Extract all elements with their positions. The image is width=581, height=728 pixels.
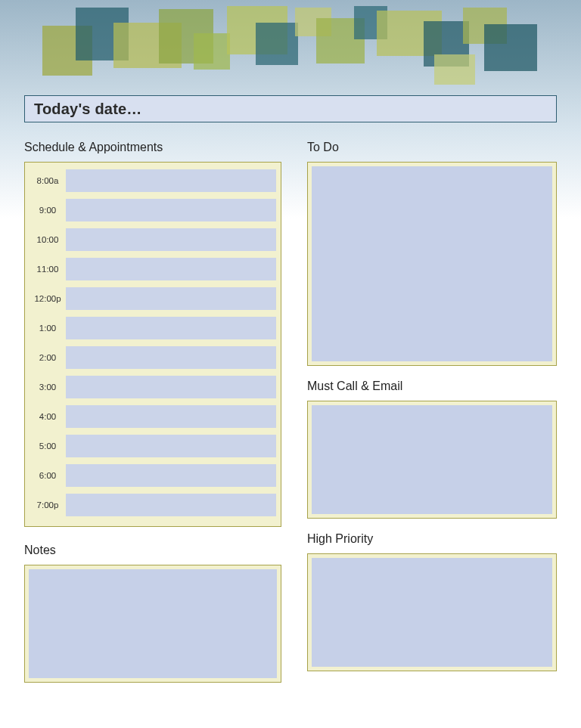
call-area[interactable] — [312, 405, 552, 514]
todo-area[interactable] — [312, 166, 552, 361]
decor-square — [295, 8, 331, 36]
todo-title: To Do — [307, 141, 557, 154]
notes-area[interactable] — [29, 569, 277, 678]
schedule-row: 3:00 — [30, 373, 276, 401]
schedule-time-label: 11:00 — [30, 265, 66, 274]
schedule-time-label: 1:00 — [30, 324, 66, 333]
schedule-slot[interactable] — [66, 464, 276, 487]
schedule-slot[interactable] — [66, 405, 276, 428]
decor-square — [484, 24, 537, 71]
schedule-time-label: 12:00p — [30, 294, 66, 303]
priority-section: High Priority — [307, 532, 557, 671]
schedule-row: 6:00 — [30, 462, 276, 489]
schedule-title: Schedule & Appointments — [24, 141, 281, 154]
call-section: Must Call & Email — [307, 379, 557, 519]
decor-square — [316, 18, 365, 64]
schedule-row: 10:00 — [30, 226, 276, 253]
schedule-time-label: 7:00p — [30, 500, 66, 510]
priority-title: High Priority — [307, 532, 557, 546]
columns: Schedule & Appointments 8:00a9:0010:0011… — [24, 141, 557, 685]
notes-box[interactable] — [24, 565, 281, 683]
decor-square — [377, 11, 442, 56]
priority-area[interactable] — [312, 558, 552, 667]
schedule-slot[interactable] — [66, 494, 276, 516]
planner-page: Today's date… Schedule & Appointments 8:… — [0, 0, 581, 728]
schedule-slot[interactable] — [66, 346, 276, 369]
schedule-slot[interactable] — [66, 228, 276, 251]
schedule-section: Schedule & Appointments 8:00a9:0010:0011… — [24, 141, 281, 527]
right-column: To Do Must Call & Email High Priority — [307, 141, 557, 685]
schedule-slot[interactable] — [66, 287, 276, 310]
schedule-row: 12:00p — [30, 285, 276, 312]
decor-square — [42, 26, 92, 76]
schedule-row: 9:00 — [30, 197, 276, 224]
schedule-slot[interactable] — [66, 435, 276, 457]
notes-title: Notes — [24, 544, 281, 557]
priority-box[interactable] — [307, 553, 557, 671]
decor-square — [227, 6, 287, 54]
decorative-squares — [0, 0, 581, 91]
decor-square — [434, 54, 475, 85]
schedule-row: 5:00 — [30, 432, 276, 460]
schedule-row: 7:00p — [30, 491, 276, 519]
schedule-row: 4:00 — [30, 403, 276, 430]
call-box[interactable] — [307, 401, 557, 519]
schedule-time-label: 10:00 — [30, 235, 66, 244]
decor-square — [463, 8, 507, 44]
schedule-slot[interactable] — [66, 376, 276, 398]
schedule-time-label: 8:00a — [30, 176, 66, 185]
schedule-slot[interactable] — [66, 258, 276, 280]
call-title: Must Call & Email — [307, 379, 557, 393]
schedule-row: 1:00 — [30, 314, 276, 342]
todo-box[interactable] — [307, 162, 557, 366]
date-bar[interactable]: Today's date… — [24, 95, 557, 122]
schedule-time-label: 6:00 — [30, 471, 66, 480]
schedule-box: 8:00a9:0010:0011:0012:00p1:002:003:004:0… — [24, 162, 281, 527]
schedule-time-label: 2:00 — [30, 353, 66, 362]
schedule-time-label: 5:00 — [30, 441, 66, 451]
decor-square — [354, 6, 387, 39]
schedule-slot[interactable] — [66, 317, 276, 339]
schedule-time-label: 9:00 — [30, 206, 66, 215]
schedule-slot[interactable] — [66, 169, 276, 192]
schedule-row: 11:00 — [30, 256, 276, 283]
decor-square — [256, 23, 298, 65]
schedule-row: 2:00 — [30, 344, 276, 371]
decor-square — [159, 9, 213, 64]
todo-section: To Do — [307, 141, 557, 366]
decor-square — [194, 33, 230, 70]
decor-square — [424, 21, 469, 67]
date-label: Today's date… — [34, 101, 142, 118]
decor-square — [113, 23, 182, 68]
notes-section: Notes — [24, 544, 281, 683]
schedule-row: 8:00a — [30, 167, 276, 194]
schedule-time-label: 4:00 — [30, 412, 66, 421]
schedule-slot[interactable] — [66, 199, 276, 221]
schedule-time-label: 3:00 — [30, 383, 66, 392]
left-column: Schedule & Appointments 8:00a9:0010:0011… — [24, 141, 281, 685]
decor-square — [76, 8, 129, 60]
